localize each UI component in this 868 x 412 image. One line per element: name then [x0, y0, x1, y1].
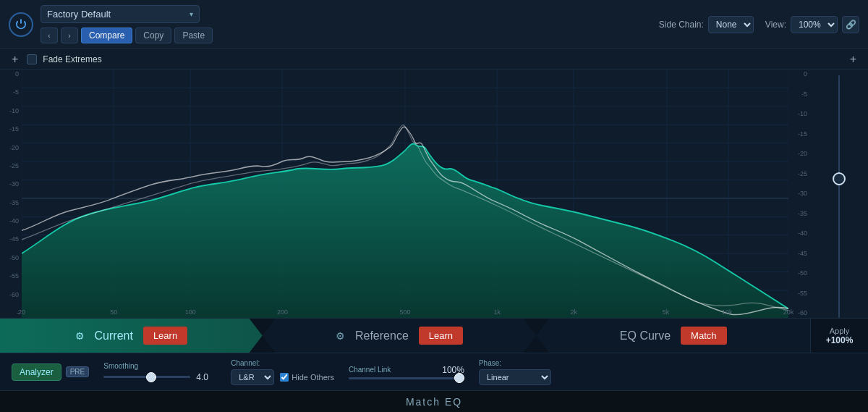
- freq-20k: 20k: [783, 308, 794, 316]
- fade-extremes-label: Fade Extremes: [43, 54, 101, 64]
- smoothing-label: Smoothing: [103, 362, 216, 370]
- reference-label: Reference: [355, 329, 409, 342]
- analyzer-button[interactable]: Analyzer: [12, 363, 61, 381]
- channel-link-group: Channel Link 100%: [349, 365, 464, 379]
- nav-next-button[interactable]: ›: [61, 28, 78, 43]
- db-right-0: 0: [788, 71, 810, 77]
- add-band-button[interactable]: +: [9, 53, 21, 66]
- controls-bar: Analyzer PRE Smoothing 4.0 Channel: L: [0, 353, 868, 390]
- db-right-15: -15: [788, 131, 810, 138]
- eqcurve-segment: EQ Curve Match: [536, 319, 810, 353]
- db-label-minus20: -20: [0, 145, 22, 151]
- current-learn-button[interactable]: Learn: [143, 327, 187, 345]
- db-label-minus15: -15: [0, 126, 22, 133]
- gear-icon-current: ⚙: [75, 330, 85, 342]
- db-right-50: -50: [788, 270, 810, 277]
- right-panel: [810, 70, 868, 318]
- top-right: Side Chain: None View: 100% 🔗: [659, 16, 859, 33]
- nav-prev-button[interactable]: ‹: [41, 28, 58, 43]
- gain-track: [838, 75, 840, 318]
- sidechain-label: Side Chain:: [659, 20, 704, 30]
- toolbar-row: ‹ › Compare Copy Paste: [41, 28, 213, 43]
- fade-left: + Fade Extremes: [9, 53, 102, 66]
- copy-button[interactable]: Copy: [135, 28, 171, 43]
- footer: Match EQ: [0, 390, 868, 412]
- footer-title: Match EQ: [406, 396, 462, 408]
- reference-learn-button[interactable]: Learn: [419, 327, 463, 345]
- smoothing-value: 4.0: [196, 372, 216, 382]
- compare-button[interactable]: Compare: [81, 28, 132, 43]
- channel-link-label: Channel Link: [349, 366, 391, 374]
- db-label-minus5: -5: [0, 89, 22, 96]
- freq-500: 500: [399, 308, 410, 316]
- apply-label: Apply: [830, 327, 850, 335]
- current-segment: ⚙ Current Learn: [0, 319, 263, 353]
- preset-dropdown[interactable]: Factory Default ▾: [41, 5, 200, 23]
- db-right-5: -5: [788, 91, 810, 98]
- db-right-40: -40: [788, 230, 810, 237]
- db-label-minus10: -10: [0, 108, 22, 114]
- hide-others-row: Hide Others: [280, 373, 334, 382]
- db-label-minus50: -50: [0, 255, 22, 261]
- channel-group: Channel: L&R Hide Others: [231, 359, 334, 385]
- pre-badge: PRE: [66, 366, 90, 377]
- sidechain-select[interactable]: None: [708, 16, 754, 33]
- db-label-minus40: -40: [0, 218, 22, 224]
- db-label-minus45: -45: [0, 236, 22, 243]
- fade-extremes-checkbox[interactable]: [27, 54, 37, 64]
- smoothing-row: 4.0: [103, 372, 216, 382]
- channel-link-track[interactable]: [349, 377, 464, 379]
- dropdown-arrow-icon: ▾: [190, 10, 193, 18]
- eqcurve-label: EQ Curve: [620, 329, 671, 342]
- hide-others-checkbox[interactable]: [280, 373, 289, 382]
- db-right-20: -20: [788, 151, 810, 157]
- match-button[interactable]: Match: [681, 327, 726, 345]
- top-bar: Factory Default ▾ ‹ › Compare Copy Paste…: [0, 0, 868, 49]
- db-label-minus60: -60: [0, 292, 22, 298]
- view-select[interactable]: 100%: [791, 16, 838, 33]
- phase-select[interactable]: Linear: [479, 369, 551, 385]
- apply-section: Apply +100%: [810, 319, 868, 353]
- db-right-45: -45: [788, 251, 810, 257]
- add-button-right[interactable]: +: [847, 53, 859, 66]
- eq-curve-svg: [22, 70, 788, 318]
- db-labels-left: 0 -5 -10 -15 -20 -25 -30 -35 -40 -45 -50…: [0, 70, 22, 318]
- channel-select[interactable]: L&R: [231, 369, 274, 385]
- apply-pct: +100%: [826, 335, 854, 345]
- db-label-minus35: -35: [0, 200, 22, 206]
- view-group: View: 100% 🔗: [765, 16, 859, 33]
- eq-display: 0 -5 -10 -15 -20 -25 -30 -35 -40 -45 -50…: [0, 70, 868, 318]
- main-container: Factory Default ▾ ‹ › Compare Copy Paste…: [0, 0, 868, 412]
- preset-name: Factory Default: [47, 9, 111, 20]
- smoothing-thumb[interactable]: [146, 372, 156, 382]
- smoothing-group: Smoothing 4.0: [103, 362, 216, 382]
- channel-link-row: [349, 377, 464, 379]
- view-label: View:: [765, 20, 786, 30]
- db-right-35: -35: [788, 211, 810, 217]
- bottom-section: ⚙ Current Learn ⚙ Reference Learn EQ Cur…: [0, 318, 868, 412]
- gain-knob[interactable]: [833, 172, 846, 185]
- freq-2k: 2k: [570, 308, 577, 316]
- freq-1k: 1k: [493, 308, 501, 316]
- db-right-25: -25: [788, 171, 810, 177]
- db-label-0: 0: [0, 71, 22, 77]
- current-label: Current: [95, 329, 133, 342]
- preset-section: Factory Default ▾ ‹ › Compare Copy Paste: [41, 5, 213, 43]
- smoothing-track[interactable]: [103, 376, 190, 378]
- freq-labels: 20 50 100 200 500 1k 2k 5k 10k 20k: [22, 306, 788, 318]
- db-label-minus55: -55: [0, 273, 22, 279]
- db-labels-right: 0 -5 -10 -15 -20 -25 -30 -35 -40 -45 -50…: [788, 70, 810, 318]
- hide-others-label: Hide Others: [292, 373, 334, 382]
- phase-group: Phase: Linear: [479, 359, 551, 385]
- sidechain-group: Side Chain: None: [659, 16, 754, 33]
- power-button[interactable]: [9, 12, 33, 37]
- channel-link-thumb[interactable]: [454, 373, 464, 383]
- fade-bar: + Fade Extremes +: [0, 49, 868, 70]
- freq-200: 200: [277, 308, 288, 316]
- paste-button[interactable]: Paste: [174, 28, 213, 43]
- phase-label: Phase:: [479, 359, 551, 367]
- link-button[interactable]: 🔗: [842, 16, 859, 33]
- freq-5k: 5k: [663, 308, 670, 316]
- db-right-10: -10: [788, 111, 810, 117]
- db-right-30: -30: [788, 190, 810, 197]
